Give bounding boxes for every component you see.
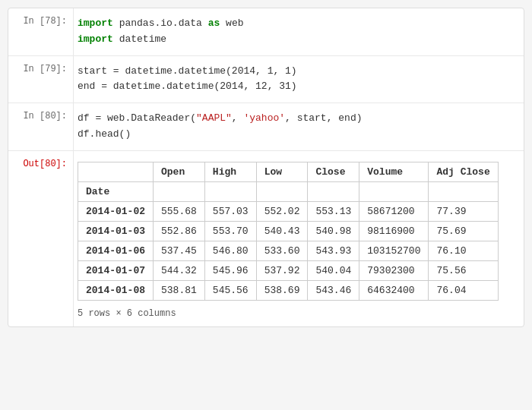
cell-78-label: In [78]:: [8, 8, 73, 55]
code-line: df = web.DataReader("AAPL", 'yahoo', sta…: [78, 111, 516, 127]
code-line: end = datetime.datetime(2014, 12, 31): [78, 79, 516, 95]
cell-out-80: Out[80]: Open High Low Close Volume Adj …: [8, 151, 524, 326]
subheader-empty: [308, 181, 359, 201]
code-text: start = datetime.datetime(2014, 1, 1): [78, 65, 297, 77]
cell-out-80-content: Open High Low Close Volume Adj Close Dat…: [73, 151, 524, 326]
cell-date: 2014-01-08: [78, 280, 154, 300]
cell-date: 2014-01-03: [78, 221, 154, 241]
keyword: import: [78, 33, 113, 45]
table-row: 2014-01-08 538.81 545.56 538.69 543.46 6…: [78, 280, 499, 300]
string-literal: "AAPL": [196, 112, 232, 124]
col-header-high: High: [204, 162, 256, 181]
cell-low: 552.02: [256, 201, 308, 221]
table-row: 2014-01-07 544.32 545.96 537.92 540.04 7…: [78, 260, 499, 280]
row-count-label: 5 rows × 6 columns: [78, 308, 516, 319]
cell-volume: 98116900: [359, 221, 429, 241]
cell-open: 537.45: [154, 241, 205, 260]
cell-adjclose: 76.04: [429, 280, 498, 300]
table-row: 2014-01-06 537.45 546.80 533.60 543.93 1…: [78, 241, 499, 260]
notebook: In [78]: import pandas.io.data as web im…: [8, 8, 524, 327]
cell-high: 546.80: [204, 241, 256, 260]
cell-78: In [78]: import pandas.io.data as web im…: [8, 8, 524, 56]
keyword: as: [208, 17, 220, 29]
cell-79-content: start = datetime.datetime(2014, 1, 1) en…: [73, 56, 524, 103]
code-text: df.head(): [78, 128, 131, 140]
cell-date: 2014-01-07: [78, 260, 154, 280]
table-row: 2014-01-03 552.86 553.70 540.43 540.98 9…: [78, 221, 499, 241]
cell-80-label: In [80]:: [8, 103, 73, 150]
col-header-index: [78, 162, 154, 181]
cell-adjclose: 76.10: [429, 241, 498, 260]
cell-out-80-label: Out[80]:: [8, 151, 73, 326]
code-line: import datetime: [78, 32, 516, 48]
code-text: df = web.DataReader(: [78, 112, 196, 124]
cell-date: 2014-01-06: [78, 241, 154, 260]
subheader-empty: [154, 181, 205, 201]
cell-high: 553.70: [204, 221, 256, 241]
table-subheader-row: Date: [78, 181, 499, 201]
table-row: 2014-01-02 555.68 557.03 552.02 553.13 5…: [78, 201, 499, 221]
col-header-adjclose: Adj Close: [429, 162, 498, 181]
cell-79-label: In [79]:: [8, 56, 73, 103]
cell-low: 533.60: [256, 241, 308, 260]
cell-open: 538.81: [154, 280, 205, 300]
subheader-empty: [359, 181, 429, 201]
code-line: start = datetime.datetime(2014, 1, 1): [78, 64, 516, 80]
cell-open: 552.86: [154, 221, 205, 241]
cell-high: 557.03: [204, 201, 256, 221]
subheader-date: Date: [78, 181, 154, 201]
cell-volume: 79302300: [359, 260, 429, 280]
code-text: web: [226, 17, 243, 29]
dataframe-table: Open High Low Close Volume Adj Close Dat…: [78, 162, 499, 301]
cell-high: 545.56: [204, 280, 256, 300]
cell-78-content: import pandas.io.data as web import date…: [73, 8, 524, 55]
code-text: end = datetime.datetime(2014, 12, 31): [78, 80, 297, 92]
cell-low: 537.92: [256, 260, 308, 280]
cell-date: 2014-01-02: [78, 201, 154, 221]
code-text: pandas.io.data: [119, 17, 208, 29]
code-line: import pandas.io.data as web: [78, 16, 516, 32]
cell-adjclose: 77.39: [429, 201, 498, 221]
cell-adjclose: 75.56: [429, 260, 498, 280]
col-header-open: Open: [154, 162, 205, 181]
cell-low: 538.69: [256, 280, 308, 300]
cell-volume: 103152700: [359, 241, 429, 260]
cell-low: 540.43: [256, 221, 308, 241]
code-text: ,: [232, 112, 244, 124]
code-text: , start, end): [285, 112, 362, 124]
cell-close: 540.98: [308, 221, 359, 241]
keyword: import: [78, 17, 113, 29]
cell-80-content: df = web.DataReader("AAPL", 'yahoo', sta…: [73, 103, 524, 150]
cell-79: In [79]: start = datetime.datetime(2014,…: [8, 56, 524, 104]
table-header-row: Open High Low Close Volume Adj Close: [78, 162, 499, 181]
cell-volume: 58671200: [359, 201, 429, 221]
code-line: df.head(): [78, 127, 516, 143]
cell-80: In [80]: df = web.DataReader("AAPL", 'ya…: [8, 103, 524, 151]
cell-high: 545.96: [204, 260, 256, 280]
cell-open: 544.32: [154, 260, 205, 280]
string-literal: 'yahoo': [243, 112, 285, 124]
cell-adjclose: 75.69: [429, 221, 498, 241]
subheader-empty: [429, 181, 498, 201]
subheader-empty: [204, 181, 256, 201]
col-header-low: Low: [256, 162, 308, 181]
cell-volume: 64632400: [359, 280, 429, 300]
cell-close: 543.93: [308, 241, 359, 260]
cell-open: 555.68: [154, 201, 205, 221]
cell-close: 540.04: [308, 260, 359, 280]
col-header-volume: Volume: [359, 162, 429, 181]
cell-close: 553.13: [308, 201, 359, 221]
col-header-close: Close: [308, 162, 359, 181]
subheader-empty: [256, 181, 308, 201]
code-text: datetime: [119, 33, 166, 45]
cell-close: 543.46: [308, 280, 359, 300]
